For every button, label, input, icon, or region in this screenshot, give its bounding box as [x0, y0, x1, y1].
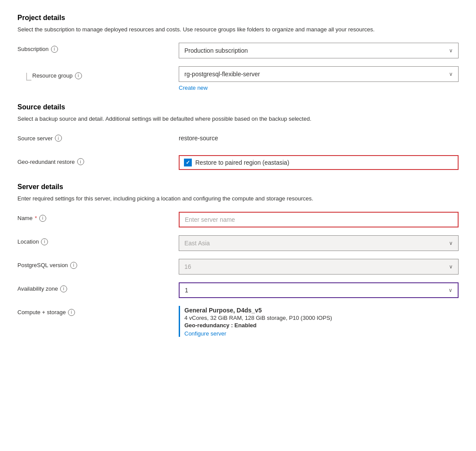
source-details-title: Source details	[17, 103, 459, 111]
server-details-section: Server details Enter required settings f…	[17, 183, 459, 337]
subscription-row: Subscription i Production subscription ∨	[17, 43, 459, 58]
name-label: Name * i	[17, 212, 179, 222]
resource-group-label-container: Resource group i	[17, 66, 179, 81]
source-server-row: Source server i restore-source	[17, 132, 459, 147]
name-info-icon[interactable]: i	[39, 215, 46, 222]
postgresql-version-value: 16	[184, 263, 191, 270]
resource-group-dropdown[interactable]: rg-postgresql-flexible-server ∨	[179, 66, 459, 82]
compute-storage-control: General Purpose, D4ds_v5 4 vCores, 32 Gi…	[179, 306, 459, 337]
geo-redundant-checkbox[interactable]: ✓	[184, 159, 192, 166]
postgresql-version-label: PostgreSQL version i	[17, 259, 179, 269]
resource-group-value: rg-postgresql-flexible-server	[184, 71, 260, 78]
geo-redundant-label: Geo-redundant restore i	[17, 155, 179, 165]
resource-group-chevron-icon: ∨	[449, 71, 453, 77]
availability-zone-control: 1 ∨	[179, 282, 459, 298]
checkbox-check-icon: ✓	[186, 159, 190, 166]
location-dropdown[interactable]: East Asia ∨	[179, 235, 459, 251]
compute-storage-info-icon[interactable]: i	[68, 309, 75, 316]
resource-group-info-icon[interactable]: i	[75, 72, 82, 79]
compute-storage-label: Compute + storage i	[17, 306, 179, 316]
compute-storage-title: General Purpose, D4ds_v5	[184, 307, 459, 314]
project-details-title: Project details	[17, 14, 459, 22]
geo-redundancy-label: Geo-redundancy : Enabled	[184, 322, 459, 329]
availability-zone-dropdown[interactable]: 1 ∨	[179, 282, 459, 298]
location-row: Location i East Asia ∨	[17, 235, 459, 251]
name-row: Name * i	[17, 212, 459, 227]
availability-zone-value: 1	[185, 287, 188, 294]
configure-server-link[interactable]: Configure server	[184, 330, 226, 337]
server-name-input[interactable]	[179, 212, 459, 227]
resource-group-row: Resource group i rg-postgresql-flexible-…	[17, 66, 459, 91]
project-details-section: Project details Select the subscription …	[17, 14, 459, 91]
subscription-info-icon[interactable]: i	[51, 46, 58, 53]
availability-zone-info-icon[interactable]: i	[60, 285, 67, 292]
postgresql-version-row: PostgreSQL version i 16 ∨	[17, 259, 459, 275]
subscription-chevron-icon: ∨	[449, 47, 453, 54]
server-details-title: Server details	[17, 183, 459, 191]
postgresql-version-dropdown[interactable]: 16 ∨	[179, 259, 459, 275]
source-details-description: Select a backup source and detail. Addit…	[17, 115, 459, 123]
location-chevron-icon: ∨	[449, 240, 453, 246]
availability-zone-chevron-icon: ∨	[449, 287, 452, 293]
resource-group-control: rg-postgresql-flexible-server ∨ Create n…	[179, 66, 459, 91]
project-details-description: Select the subscription to manage deploy…	[17, 25, 459, 34]
location-control: East Asia ∨	[179, 235, 459, 251]
geo-redundant-checkbox-container[interactable]: ✓ Restore to paired region (eastasia)	[179, 155, 459, 170]
subscription-value: Production subscription	[184, 47, 248, 54]
postgresql-version-control: 16 ∨	[179, 259, 459, 275]
availability-zone-label: Availability zone i	[17, 282, 179, 292]
location-value: East Asia	[184, 240, 210, 247]
source-details-section: Source details Select a backup source an…	[17, 103, 459, 171]
postgresql-version-info-icon[interactable]: i	[70, 262, 77, 269]
geo-redundant-checkbox-label: Restore to paired region (eastasia)	[195, 159, 289, 166]
tree-connector	[26, 73, 27, 81]
geo-redundant-row: Geo-redundant restore i ✓ Restore to pai…	[17, 155, 459, 171]
name-control	[179, 212, 459, 227]
postgresql-version-chevron-icon: ∨	[449, 264, 453, 270]
server-details-description: Enter required settings for this server,…	[17, 194, 459, 203]
source-server-value: restore-source	[179, 132, 459, 142]
source-server-info-icon[interactable]: i	[55, 135, 62, 142]
geo-redundant-control: ✓ Restore to paired region (eastasia)	[179, 155, 459, 170]
location-label: Location i	[17, 235, 179, 245]
resource-group-label: Resource group	[32, 72, 73, 79]
compute-storage-detail: 4 vCores, 32 GiB RAM, 128 GiB storage, P…	[184, 315, 459, 321]
subscription-label: Subscription i	[17, 43, 179, 53]
create-new-link[interactable]: Create new	[179, 85, 207, 91]
availability-zone-row: Availability zone i 1 ∨	[17, 282, 459, 298]
source-server-label: Source server i	[17, 132, 179, 142]
geo-redundant-info-icon[interactable]: i	[77, 158, 84, 165]
subscription-control: Production subscription ∨	[179, 43, 459, 58]
required-indicator: *	[35, 215, 37, 221]
location-info-icon[interactable]: i	[41, 238, 48, 245]
compute-storage-row: Compute + storage i General Purpose, D4d…	[17, 306, 459, 337]
subscription-dropdown[interactable]: Production subscription ∨	[179, 43, 459, 58]
